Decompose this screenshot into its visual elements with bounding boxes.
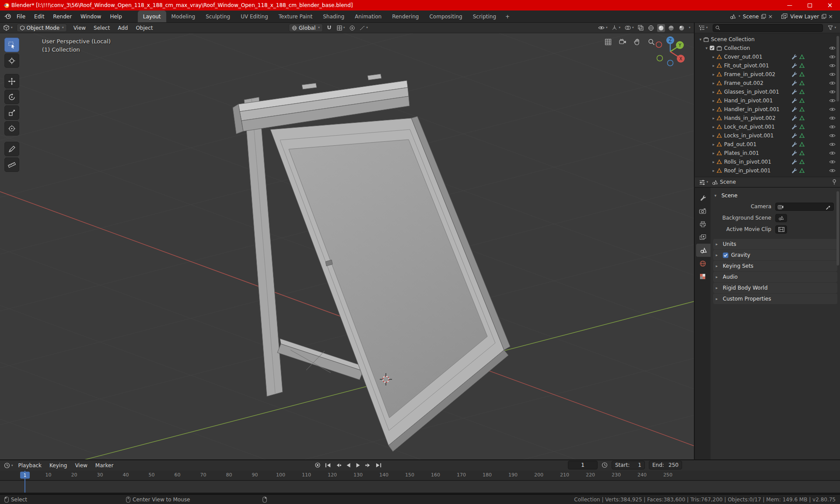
keying-sets-panel-header[interactable]: ▸ Keying Sets xyxy=(713,261,837,271)
menu-item[interactable]: Keying xyxy=(46,462,71,469)
camera-field[interactable] xyxy=(775,203,834,211)
current-frame-field[interactable]: 1 xyxy=(568,461,598,469)
outliner-collection-row[interactable]: ▾ Collection xyxy=(695,44,840,52)
visibility-eye-icon[interactable] xyxy=(829,116,836,120)
measure-tool[interactable] xyxy=(4,158,19,172)
3d-viewport[interactable]: User Perspective (Local) (1) Collection xyxy=(0,33,694,459)
menu-item[interactable]: Playback xyxy=(14,462,46,469)
outliner-search[interactable] xyxy=(713,24,823,32)
proportional-falloff-dropdown[interactable]: ▾ xyxy=(358,25,369,31)
object-name[interactable]: Cover_out.001 xyxy=(724,54,763,60)
visibility-eye-icon[interactable] xyxy=(829,107,836,112)
select-box-tool[interactable] xyxy=(4,38,19,52)
outliner-object-row[interactable]: ▸ Fit_out_pivot.001 xyxy=(695,61,840,70)
clock-icon[interactable] xyxy=(602,462,608,468)
toggle-projection-grid-icon[interactable] xyxy=(603,37,613,47)
playhead-frame-badge[interactable]: 1 xyxy=(20,472,30,479)
modifier-wrench-icon[interactable] xyxy=(791,124,797,130)
visibility-eye-icon[interactable] xyxy=(829,72,836,77)
workspace-tab[interactable]: Animation xyxy=(350,10,387,22)
outliner-object-row[interactable]: ▸ Plates_in.001 xyxy=(695,149,840,158)
menu-item[interactable]: Edit xyxy=(30,10,49,22)
disclosure-closed-icon[interactable]: ▸ xyxy=(710,72,717,77)
tab-tool[interactable] xyxy=(695,191,710,204)
shading-rendered-button[interactable] xyxy=(677,25,686,31)
visibility-eye-icon[interactable] xyxy=(829,46,836,50)
object-name[interactable]: Pad_out.001 xyxy=(724,141,756,147)
menu-item[interactable]: Object xyxy=(132,25,157,31)
disclosure-closed-icon[interactable]: ▸ xyxy=(710,116,717,120)
visibility-eye-icon[interactable] xyxy=(829,133,836,138)
tab-render[interactable] xyxy=(695,204,710,217)
object-name[interactable]: Handler_in_pivot.001 xyxy=(724,106,780,112)
object-name[interactable]: Locks_in_pivot.001 xyxy=(724,133,774,139)
units-panel-header[interactable]: ▸ Units xyxy=(713,239,837,249)
modifier-wrench-icon[interactable] xyxy=(791,168,797,174)
disclosure-closed-icon[interactable]: ▸ xyxy=(710,151,717,155)
shading-wireframe-button[interactable] xyxy=(647,25,655,31)
modifier-wrench-icon[interactable] xyxy=(791,98,797,104)
play-reverse-button[interactable] xyxy=(344,462,353,468)
mesh-data-icon[interactable] xyxy=(799,80,805,86)
object-name[interactable]: Rolls_in_pivot.001 xyxy=(724,159,771,165)
view-layer-icon[interactable] xyxy=(781,14,788,19)
outliner-object-row[interactable]: ▸ Pad_out.001 xyxy=(695,140,840,149)
custom-properties-panel-header[interactable]: ▸ Custom Properties xyxy=(713,294,837,304)
scene-name[interactable]: Scene xyxy=(742,14,760,20)
visibility-eye-icon[interactable] xyxy=(829,151,836,155)
object-name[interactable]: Hands_in_pivot.002 xyxy=(724,115,776,121)
menu-item[interactable]: Marker xyxy=(91,462,117,469)
auto-key-record-button[interactable] xyxy=(313,462,322,468)
workspace-tab[interactable]: Compositing xyxy=(424,10,467,22)
pin-icon[interactable] xyxy=(832,179,837,185)
disclosure-open-icon[interactable]: ▾ xyxy=(704,46,710,50)
object-name[interactable]: Frame_out.002 xyxy=(724,80,763,86)
mesh-data-icon[interactable] xyxy=(799,63,805,68)
visibility-eye-icon[interactable] xyxy=(829,142,836,147)
disclosure-open-icon[interactable]: ▾ xyxy=(697,37,704,42)
object-name[interactable]: Glasses_in_pivot.001 xyxy=(724,89,779,95)
shading-solid-button[interactable] xyxy=(657,24,665,32)
start-frame-field[interactable]: Start: 1 xyxy=(612,461,645,469)
disclosure-closed-icon[interactable]: ▸ xyxy=(710,55,717,59)
outliner-search-input[interactable] xyxy=(722,25,821,31)
mesh-data-icon[interactable] xyxy=(799,124,805,130)
mesh-data-icon[interactable] xyxy=(799,142,805,147)
eyedropper-icon[interactable] xyxy=(826,204,831,210)
menu-item[interactable]: Select xyxy=(90,25,114,31)
play-button[interactable] xyxy=(354,462,362,468)
transform-tool[interactable] xyxy=(4,121,19,136)
shading-material-button[interactable] xyxy=(667,25,676,31)
outliner-object-row[interactable]: ▸ Roof_in_pivot.001 xyxy=(695,166,840,175)
rotate-tool[interactable] xyxy=(4,90,19,104)
orientation-dropdown[interactable]: Global ▾ xyxy=(289,24,323,32)
outliner-object-row[interactable]: ▸ Hand_in_pivot.001 xyxy=(695,96,840,105)
mode-dropdown[interactable]: Object Mode ▾ xyxy=(17,24,67,32)
outliner-scene-collection-row[interactable]: ▾ Scene Collection xyxy=(695,35,840,44)
visibility-eye-icon[interactable] xyxy=(829,55,836,59)
maximize-button[interactable] xyxy=(800,0,820,10)
mesh-data-icon[interactable] xyxy=(799,107,805,112)
orientation-gizmo[interactable]: Z Y X xyxy=(652,33,689,70)
modifier-wrench-icon[interactable] xyxy=(791,63,797,69)
modifier-wrench-icon[interactable] xyxy=(791,54,797,60)
jump-to-end-button[interactable] xyxy=(374,462,383,468)
disclosure-closed-icon[interactable]: ▸ xyxy=(710,168,717,173)
mesh-data-icon[interactable] xyxy=(799,150,805,156)
collection-checkbox[interactable] xyxy=(710,46,715,51)
object-name[interactable]: Fit_out_pivot.001 xyxy=(724,63,769,69)
object-name[interactable]: Lock_out_pivot.001 xyxy=(724,124,775,130)
menu-item[interactable]: Render xyxy=(49,10,76,22)
outliner-object-row[interactable]: ▸ Frame_in_pivot.002 xyxy=(695,70,840,79)
mesh-data-icon[interactable] xyxy=(799,116,805,121)
audio-panel-header[interactable]: ▸ Audio xyxy=(713,272,837,282)
mesh-data-icon[interactable] xyxy=(799,89,805,94)
visibility-eye-icon[interactable] xyxy=(829,81,836,85)
disclosure-closed-icon[interactable]: ▸ xyxy=(710,107,717,112)
menu-item[interactable]: View xyxy=(70,25,90,31)
new-view-layer-icon[interactable] xyxy=(822,14,826,19)
blender-menu-icon[interactable] xyxy=(4,14,11,19)
tab-view-layer[interactable] xyxy=(695,231,710,244)
workspace-tab[interactable]: Scripting xyxy=(468,10,501,22)
workspace-tab[interactable]: Rendering xyxy=(387,10,424,22)
